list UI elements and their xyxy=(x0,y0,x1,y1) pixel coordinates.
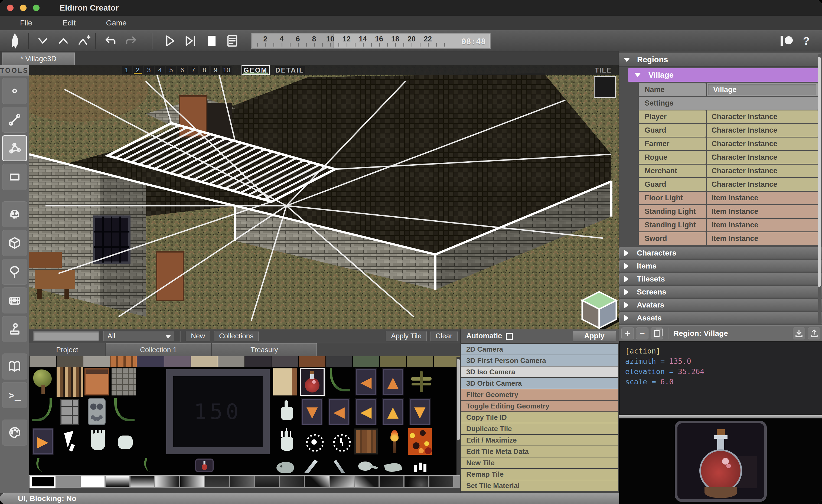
gradient-swatch[interactable] xyxy=(280,476,304,487)
tile-eye[interactable] xyxy=(300,428,324,455)
tile-slab[interactable]: ▶ xyxy=(31,428,55,455)
tile-tex[interactable] xyxy=(245,356,272,367)
property-row[interactable]: Settings xyxy=(639,97,818,110)
log-icon[interactable] xyxy=(223,32,242,49)
property-value[interactable]: Item Instance xyxy=(707,234,758,243)
property-row[interactable]: Sword Item Instance xyxy=(639,232,818,245)
tile-tex[interactable] xyxy=(191,356,218,367)
region-code-editor[interactable]: [action] azimuth = 135.0 elevation = 35.… xyxy=(619,341,822,415)
section-header[interactable]: Tilesets xyxy=(619,273,822,285)
detail-mode-button[interactable]: DETAIL xyxy=(275,66,305,74)
gradient-swatch[interactable] xyxy=(330,476,354,487)
regions-section-header[interactable]: Regions xyxy=(619,53,821,67)
add-icon[interactable]: + xyxy=(622,328,634,340)
viewport-3d[interactable]: 12345678910 GEOM DETAIL TILE xyxy=(29,65,619,330)
chevron-down-icon[interactable] xyxy=(33,32,52,49)
gradient-swatch[interactable] xyxy=(355,476,379,487)
tile-lava[interactable] xyxy=(408,428,432,455)
tile-handopen[interactable] xyxy=(84,428,109,455)
chevron-up-icon[interactable] xyxy=(54,32,73,49)
tree-icon[interactable] xyxy=(2,259,27,285)
section-header[interactable]: Items xyxy=(619,260,822,272)
property-row[interactable]: Farmer Character Instance xyxy=(639,137,818,150)
property-row[interactable]: Name Village xyxy=(639,83,818,96)
tile-dragonfly[interactable] xyxy=(408,368,432,396)
layer-button[interactable]: 1 xyxy=(122,66,131,74)
automatic-checkbox[interactable] xyxy=(506,333,513,340)
share-icon[interactable] xyxy=(808,328,820,340)
property-value[interactable]: Character Instance xyxy=(707,140,777,148)
gradient-swatch[interactable] xyxy=(81,476,104,487)
apply-button[interactable]: Apply xyxy=(573,331,616,341)
palette-tab[interactable]: Treasury xyxy=(212,343,317,356)
section-header[interactable]: Characters xyxy=(619,247,822,259)
redo-icon[interactable] xyxy=(121,32,141,49)
tile-paper[interactable] xyxy=(273,368,298,396)
command-item[interactable]: Copy Tile ID xyxy=(461,412,618,423)
play-icon[interactable] xyxy=(160,32,180,49)
menu-item[interactable]: File xyxy=(20,19,32,27)
search-input[interactable] xyxy=(33,331,99,341)
property-row[interactable]: Standing Light Item Instance xyxy=(639,205,818,218)
region-village-header[interactable]: Village xyxy=(628,68,819,82)
tile-tex[interactable] xyxy=(380,356,406,367)
gradient-swatch[interactable] xyxy=(405,476,428,487)
property-value[interactable]: Character Instance xyxy=(707,180,777,189)
gradient-swatch[interactable] xyxy=(429,476,453,487)
tile-sword[interactable] xyxy=(300,458,324,473)
panel-divider[interactable] xyxy=(619,415,822,419)
tile-tex[interactable] xyxy=(407,356,433,367)
property-row[interactable]: Merchant Character Instance xyxy=(639,164,818,177)
menu-item[interactable]: Edit xyxy=(62,19,75,27)
tile-cursor[interactable] xyxy=(58,428,82,455)
tile-tex[interactable] xyxy=(83,356,110,367)
undo-icon[interactable] xyxy=(101,32,120,49)
command-item[interactable]: 2D Camera xyxy=(461,344,618,355)
tile-tex[interactable] xyxy=(29,356,56,367)
gradient-swatch[interactable] xyxy=(305,476,329,487)
tile-slab[interactable]: ▼ xyxy=(408,398,432,425)
tile-frame150[interactable]: 150 xyxy=(166,369,270,454)
panel-scrollbar[interactable] xyxy=(818,54,821,324)
gradient-swatch[interactable] xyxy=(106,476,129,487)
property-value[interactable]: Character Instance xyxy=(707,153,777,161)
property-value[interactable]: Item Instance xyxy=(707,194,758,202)
close-button[interactable] xyxy=(7,5,14,11)
tile-vine2[interactable] xyxy=(31,398,55,425)
tile-grid-scrollbar[interactable] xyxy=(456,357,460,475)
tile-torch[interactable] xyxy=(381,428,405,455)
layer-button[interactable]: 10 xyxy=(222,66,232,74)
new-button[interactable]: New xyxy=(186,331,210,341)
tile-tex[interactable] xyxy=(57,367,83,397)
tile-tex[interactable] xyxy=(299,356,326,367)
property-row[interactable]: Guard Character Instance xyxy=(639,124,818,137)
command-item[interactable]: Duplicate Tile xyxy=(461,423,618,434)
tile-tex[interactable] xyxy=(272,356,299,367)
tile-dagger[interactable] xyxy=(327,458,351,473)
tile-tex[interactable] xyxy=(353,356,379,367)
gradient-swatch[interactable] xyxy=(56,476,80,487)
property-row[interactable]: Standing Light Item Instance xyxy=(639,219,818,231)
book-icon[interactable] xyxy=(2,354,27,380)
gradient-swatch[interactable] xyxy=(155,476,179,487)
clear-button[interactable]: Clear xyxy=(430,331,458,341)
tile-minipotion[interactable] xyxy=(195,459,214,472)
section-header[interactable]: Avatars xyxy=(619,299,822,311)
layer-button[interactable]: 4 xyxy=(155,66,165,74)
layer-button[interactable]: 7 xyxy=(188,66,198,74)
duplicate-icon[interactable] xyxy=(651,328,663,340)
property-row[interactable]: Floor Light Item Instance xyxy=(639,192,818,204)
tile-tex[interactable] xyxy=(57,356,83,367)
layer-button[interactable]: 6 xyxy=(177,66,187,74)
help-icon[interactable]: ? xyxy=(798,32,814,49)
property-value[interactable]: Character Instance xyxy=(707,126,777,134)
property-value[interactable]: Item Instance xyxy=(707,207,758,216)
tile-slab[interactable]: ▲ xyxy=(381,398,405,425)
command-item[interactable]: Set Tile Material xyxy=(461,480,618,491)
section-header[interactable]: Assets xyxy=(619,312,822,324)
tile-leaf[interactable] xyxy=(381,458,405,473)
command-item[interactable]: 3D Iso Camera xyxy=(461,367,618,377)
tile-vine[interactable] xyxy=(111,398,136,425)
tile-tex[interactable] xyxy=(110,356,137,367)
menu-item[interactable]: Game xyxy=(106,19,126,27)
